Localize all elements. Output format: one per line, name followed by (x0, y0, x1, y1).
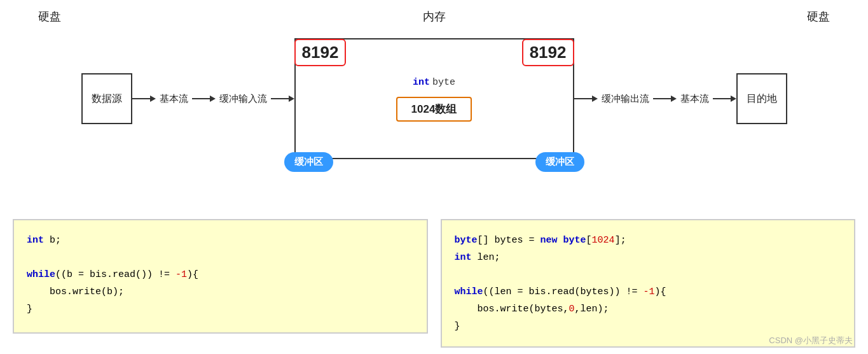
label-hdd-left: 硬盘 (38, 9, 61, 24)
arrow-in-1 (132, 96, 156, 102)
buffered-out-label: 缓冲输出流 (598, 93, 653, 105)
code-box-right: byte[] bytes = new byte[1024]; int len; … (441, 219, 856, 348)
watermark: CSDN @小黑子史蒂夫 (769, 335, 853, 346)
code-line-3: bos.write(b); (27, 283, 414, 301)
code-right-line-1: byte[] bytes = new byte[1024]; (455, 232, 842, 249)
code-area: int b; while((b = bis.read()) != -1){ bo… (0, 219, 868, 348)
arrow-out-1 (574, 96, 598, 102)
label-memory: 内存 (423, 9, 446, 24)
code-right-line-5: } (455, 318, 842, 335)
int-byte-label: int byte (413, 76, 455, 88)
buffer-size-left: 8192 (294, 39, 347, 66)
arrow-in-2 (192, 96, 216, 102)
code-right-line-3: while((len = bis.read(bytes)) != -1){ (455, 283, 842, 301)
code-right-line-2: int len; (455, 249, 842, 266)
code-line-blank (27, 249, 414, 266)
arrow-in-3 (271, 96, 294, 102)
destination-label: 目的地 (747, 92, 777, 106)
arrow-out-3 (713, 96, 736, 102)
arrow-out-2 (653, 96, 677, 102)
datasource-label: 数据源 (92, 92, 122, 106)
label-hdd-right: 硬盘 (807, 9, 830, 24)
basic-stream-in-label: 基本流 (156, 93, 192, 105)
code-line-2: while((b = bis.read()) != -1){ (27, 266, 414, 283)
basic-stream-out-label: 基本流 (677, 93, 713, 105)
code-right-line-4: bos.write(bytes,0,len); (455, 301, 842, 318)
code-line-4: } (27, 301, 414, 318)
flow-diagram: 数据源 基本流 缓冲输入流 8192 (0, 32, 868, 166)
code-line-1: int b; (27, 232, 414, 249)
destination-box: 目的地 (736, 73, 787, 124)
memory-box: 8192 缓冲区 8192 缓冲区 int byte 1024数组 (294, 38, 574, 159)
buffer-size-right: 8192 (522, 39, 574, 66)
buffer-circle-left: 缓冲区 (284, 152, 333, 172)
buffer-circle-right: 缓冲区 (535, 152, 584, 172)
basic-stream-out-section: 基本流 (653, 93, 736, 105)
code-right-blank (455, 266, 842, 283)
datasource-box: 数据源 (81, 73, 132, 124)
code-box-left: int b; while((b = bis.read()) != -1){ bo… (13, 219, 428, 334)
array-1024-box: 1024数组 (396, 97, 472, 122)
basic-stream-in-section: 基本流 (132, 93, 216, 105)
buffered-in-label: 缓冲输入流 (216, 93, 271, 105)
